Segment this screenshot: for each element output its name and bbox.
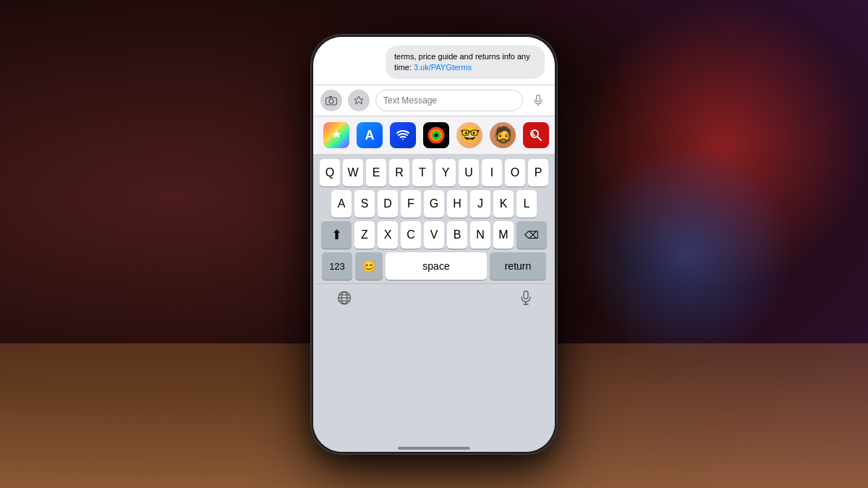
svg-line-11: [537, 137, 541, 140]
key-M[interactable]: M: [493, 221, 514, 249]
svg-rect-2: [329, 96, 332, 98]
app-icon-memoji2[interactable]: 🧔: [490, 122, 516, 148]
memoji2-emoji: 🧔: [493, 126, 513, 145]
svg-rect-20: [524, 291, 528, 299]
app-icon-photos[interactable]: [323, 122, 349, 148]
svg-point-6: [402, 139, 404, 140]
app-strip: A: [313, 116, 555, 155]
key-N[interactable]: N: [470, 221, 490, 249]
home-indicator: [398, 447, 470, 450]
microphone-icon: [534, 95, 542, 106]
key-Y[interactable]: Y: [435, 159, 456, 187]
key-X[interactable]: X: [378, 221, 398, 249]
app-icon-lookup[interactable]: [523, 122, 549, 148]
key-I[interactable]: I: [482, 159, 502, 187]
svg-point-9: [433, 132, 439, 138]
key-H[interactable]: H: [447, 190, 467, 218]
key-W[interactable]: W: [343, 159, 363, 187]
message-input[interactable]: [375, 90, 523, 111]
keyboard-row-3: ⬆ Z X C V B N M ⌫: [315, 221, 553, 249]
dictation-icon: [521, 291, 531, 305]
keyboard: Q W E R T Y U I O P A S D F G: [313, 155, 555, 451]
message-link[interactable]: 3.uk/PAYGterms: [414, 63, 472, 72]
key-A[interactable]: A: [331, 190, 352, 218]
globe-button[interactable]: [337, 291, 352, 309]
activity-icon: [427, 126, 446, 145]
appstore-icon: [353, 95, 365, 106]
key-O[interactable]: O: [505, 159, 525, 187]
key-K[interactable]: K: [493, 190, 514, 218]
input-bar: [313, 85, 555, 116]
delete-key[interactable]: ⌫: [516, 221, 547, 249]
key-T[interactable]: T: [412, 159, 433, 187]
key-L[interactable]: L: [516, 190, 537, 218]
keyboard-row-4: 123 😊 space return: [315, 252, 553, 280]
keyboard-row-1: Q W E R T Y U I O P: [315, 159, 553, 187]
message-bubble: terms, price guide and returns info any …: [386, 46, 545, 80]
app-icon-shazam[interactable]: [390, 122, 416, 148]
phone-screen: terms, price guide and returns info any …: [313, 37, 555, 452]
key-S[interactable]: S: [354, 190, 375, 218]
background-blur-blue: [579, 145, 796, 361]
dictation-button[interactable]: [521, 291, 531, 309]
microphone-button[interactable]: [529, 91, 548, 110]
lookup-icon: [528, 127, 544, 143]
key-Q[interactable]: Q: [320, 159, 340, 187]
globe-icon: [337, 291, 352, 305]
app-icon-appstore[interactable]: A: [357, 122, 383, 148]
key-R[interactable]: R: [389, 159, 409, 187]
shift-key[interactable]: ⬆: [321, 221, 352, 249]
photos-icon: [328, 127, 344, 143]
key-B[interactable]: B: [447, 221, 467, 249]
key-G[interactable]: G: [424, 190, 444, 218]
app-icon-activity[interactable]: [423, 122, 449, 148]
key-D[interactable]: D: [378, 190, 398, 218]
space-key[interactable]: space: [386, 252, 487, 280]
message-area: terms, price guide and returns info any …: [313, 37, 555, 86]
key-123[interactable]: 123: [322, 252, 352, 280]
app-icon-memoji1[interactable]: 🤓: [456, 122, 482, 148]
svg-point-1: [329, 99, 333, 103]
key-U[interactable]: U: [459, 159, 479, 187]
phone-container: terms, price guide and returns info any …: [311, 35, 557, 454]
key-Z[interactable]: Z: [354, 221, 375, 249]
key-F[interactable]: F: [401, 190, 421, 218]
memoji1-emoji: 🤓: [460, 126, 480, 145]
appstore-button[interactable]: [348, 90, 370, 111]
key-J[interactable]: J: [470, 190, 490, 218]
emoji-key[interactable]: 😊: [355, 252, 383, 280]
camera-button[interactable]: [320, 90, 342, 111]
key-V[interactable]: V: [424, 221, 444, 249]
iphone: terms, price guide and returns info any …: [311, 35, 557, 454]
svg-rect-3: [537, 95, 540, 102]
return-key[interactable]: return: [490, 252, 546, 280]
key-C[interactable]: C: [401, 221, 421, 249]
key-P[interactable]: P: [528, 159, 548, 187]
camera-icon: [326, 95, 337, 106]
appstore-letter: A: [365, 128, 375, 143]
bottom-system-bar: [315, 283, 553, 315]
keyboard-row-2: A S D F G H J K L: [315, 190, 553, 218]
shazam-icon: [395, 127, 411, 143]
key-E[interactable]: E: [366, 159, 386, 187]
